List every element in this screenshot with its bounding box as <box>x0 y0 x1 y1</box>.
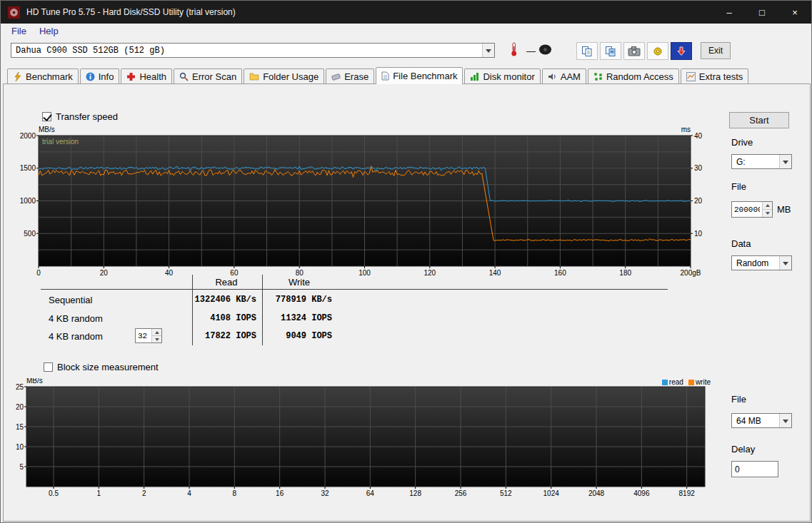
tab-health[interactable]: Health <box>121 68 172 83</box>
tab-label: Health <box>139 71 166 82</box>
tab-disk-monitor[interactable]: Disk monitor <box>464 68 540 83</box>
queue-depth-stepper[interactable] <box>135 328 162 343</box>
legend-read-label: read <box>669 378 683 386</box>
device-icon <box>538 44 552 59</box>
tab-info[interactable]: Info <box>80 68 120 83</box>
delay-input[interactable] <box>731 461 778 477</box>
file-size-up-button[interactable] <box>763 202 772 210</box>
transfer-speed-checkbox[interactable] <box>42 112 51 121</box>
bar-chart-icon <box>470 72 479 81</box>
svg-text:2: 2 <box>142 489 146 497</box>
read-header: Read <box>205 277 248 288</box>
chevron-down-icon[interactable] <box>779 155 791 168</box>
svg-text:4: 4 <box>187 489 191 497</box>
start-button[interactable]: Start <box>729 112 789 128</box>
tab-label: Disk monitor <box>483 71 534 82</box>
download-arrow-icon <box>676 46 687 57</box>
device-combobox-value: Dahua C900 SSD 512GB (512 gB) <box>11 44 482 57</box>
random-qd32-write-value: 9049 IOPS <box>269 331 332 341</box>
file-size-label: File <box>731 181 746 192</box>
svg-text:40: 40 <box>165 269 174 277</box>
svg-text:20: 20 <box>100 269 109 277</box>
write-swatch <box>688 380 694 385</box>
legend-write: write <box>688 378 711 386</box>
tab-erase[interactable]: Erase <box>326 68 374 83</box>
tab-benchmark[interactable]: Benchmark <box>7 68 79 83</box>
queue-depth-down-button[interactable] <box>152 336 161 342</box>
tab-label: Benchmark <box>26 71 73 82</box>
menu-item-help[interactable]: Help <box>33 25 65 37</box>
data-mode-combobox[interactable]: Random <box>731 255 792 270</box>
tab-label: Random Access <box>606 71 673 82</box>
device-combobox[interactable]: Dahua C900 SSD 512GB (512 gB) <box>11 43 495 58</box>
maximize-button[interactable]: □ <box>746 1 778 24</box>
file-size-input[interactable] <box>732 202 762 217</box>
svg-text:1500: 1500 <box>20 164 36 172</box>
copy-info-button[interactable] <box>576 42 598 60</box>
tab-label: AAM <box>561 71 581 82</box>
close-button[interactable]: × <box>778 1 811 24</box>
block-size-checkbox[interactable] <box>44 362 53 372</box>
file-size-unit: MB <box>777 204 791 215</box>
svg-text:10: 10 <box>16 443 24 451</box>
svg-text:0: 0 <box>36 269 41 277</box>
sequential-write-value: 778919 KB/s <box>269 295 332 305</box>
svg-text:32: 32 <box>321 489 329 497</box>
options-icon <box>652 46 663 57</box>
app-window: HD Tune Pro 5.75 - Hard Disk/SSD Utility… <box>0 0 812 523</box>
svg-text:15: 15 <box>16 423 24 431</box>
tab-label: File Benchmark <box>393 71 457 81</box>
drive-label: Drive <box>731 137 753 148</box>
tab-extra-tests[interactable]: Extra tests <box>681 68 748 83</box>
magnifier-icon <box>179 72 189 81</box>
copy-screenshot-button[interactable] <box>600 42 621 60</box>
svg-text:160: 160 <box>554 269 566 277</box>
file-size-stepper[interactable] <box>731 201 773 218</box>
copy-info-icon <box>581 46 593 57</box>
tab-aam[interactable]: AAM <box>542 68 586 83</box>
transfer-speed-chart: 50010001500200010203040ms020406080100120… <box>16 126 705 278</box>
minimize-button[interactable]: – <box>713 1 746 24</box>
copy-screenshot-icon <box>605 46 616 57</box>
svg-text:128: 128 <box>409 489 421 497</box>
svg-text:2000: 2000 <box>20 132 36 140</box>
svg-text:16: 16 <box>276 489 284 497</box>
queue-depth-input[interactable] <box>136 329 151 342</box>
block-file-combobox[interactable]: 64 MB <box>731 413 792 428</box>
file-page-icon <box>381 71 389 81</box>
tab-file-benchmark[interactable]: File Benchmark <box>376 67 463 84</box>
random-qd32-read-value: 17822 IOPS <box>194 331 256 341</box>
eraser-icon <box>331 72 341 81</box>
svg-text:2048: 2048 <box>588 489 605 497</box>
svg-text:0.5: 0.5 <box>49 489 59 497</box>
drive-combobox[interactable]: G: <box>731 154 792 169</box>
table-column-rule <box>262 275 263 345</box>
options-button[interactable] <box>647 42 668 60</box>
spin-buttons <box>762 202 772 217</box>
transfer-speed-checkline: Transfer speed <box>42 111 118 122</box>
svg-text:MB/s: MB/s <box>26 378 43 385</box>
tab-label: Extra tests <box>699 71 743 82</box>
folder-icon <box>249 72 259 81</box>
tab-folder-usage[interactable]: Folder Usage <box>244 68 324 83</box>
tab-error-scan[interactable]: Error Scan <box>174 68 242 83</box>
chevron-down-icon[interactable] <box>779 256 791 270</box>
svg-text:1: 1 <box>97 489 101 497</box>
block-file-value: 64 MB <box>732 414 779 427</box>
save-screenshot-button[interactable] <box>623 42 645 60</box>
svg-text:MB/s: MB/s <box>39 126 55 133</box>
tab-random-access[interactable]: Random Access <box>588 68 679 83</box>
menu-item-file[interactable]: File <box>5 25 33 37</box>
svg-text:5: 5 <box>19 463 24 471</box>
file-size-down-button[interactable] <box>763 210 772 217</box>
table-column-rule <box>192 275 193 345</box>
block-size-checkline: Block size measurement <box>44 362 159 372</box>
info-icon <box>86 72 95 81</box>
svg-text:4096: 4096 <box>633 489 650 497</box>
chevron-down-icon[interactable] <box>482 44 494 57</box>
chevron-down-icon[interactable] <box>779 414 791 427</box>
svg-text:8192: 8192 <box>679 489 696 497</box>
exit-button[interactable]: Exit <box>701 42 731 59</box>
update-button[interactable] <box>671 42 692 60</box>
queue-depth-up-button[interactable] <box>152 329 161 336</box>
